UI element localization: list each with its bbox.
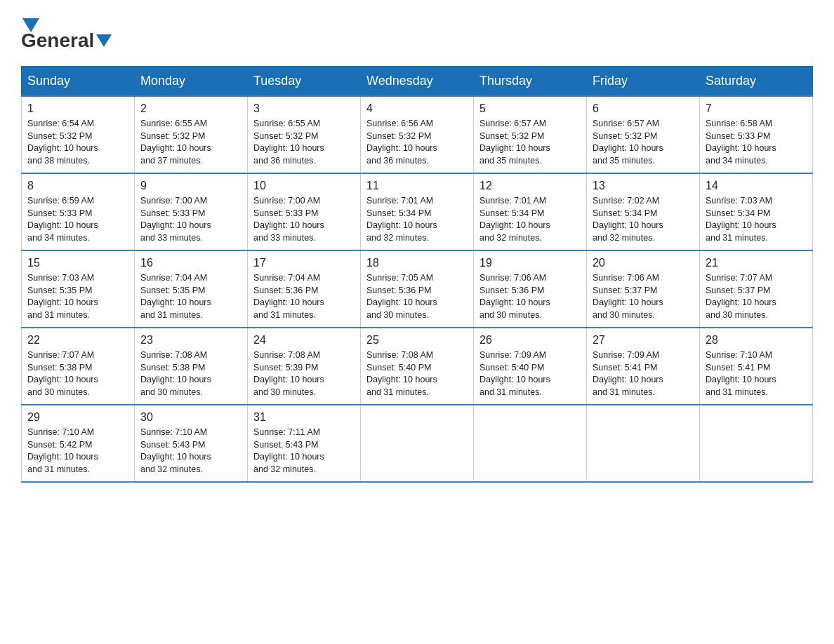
day-number: 29 [27, 410, 128, 425]
calendar-cell: 13Sunrise: 7:02 AMSunset: 5:34 PMDayligh… [587, 173, 700, 250]
day-header-thursday: Thursday [474, 67, 587, 97]
day-number: 14 [706, 178, 807, 194]
calendar-week-1: 1Sunrise: 6:54 AMSunset: 5:32 PMDaylight… [22, 96, 813, 173]
day-number: 12 [479, 178, 581, 194]
day-number: 30 [140, 410, 241, 425]
day-number: 28 [706, 333, 807, 348]
day-info: Sunrise: 6:55 AMSunset: 5:32 PMDaylight:… [253, 118, 355, 167]
day-number: 26 [479, 333, 581, 348]
day-header-monday: Monday [135, 67, 248, 97]
day-number: 25 [366, 333, 468, 348]
calendar-cell: 26Sunrise: 7:09 AMSunset: 5:40 PMDayligh… [474, 328, 587, 405]
day-info: Sunrise: 7:09 AMSunset: 5:40 PMDaylight:… [479, 349, 581, 398]
day-number: 3 [253, 101, 355, 116]
day-info: Sunrise: 7:10 AMSunset: 5:42 PMDaylight:… [27, 427, 128, 476]
day-number: 17 [253, 255, 355, 271]
day-info: Sunrise: 6:56 AMSunset: 5:32 PMDaylight:… [366, 118, 468, 167]
day-info: Sunrise: 6:54 AMSunset: 5:32 PMDaylight:… [27, 118, 128, 167]
calendar-cell: 23Sunrise: 7:08 AMSunset: 5:38 PMDayligh… [135, 328, 248, 405]
day-info: Sunrise: 7:02 AMSunset: 5:34 PMDaylight:… [593, 195, 694, 244]
day-header-friday: Friday [587, 67, 700, 97]
calendar-cell: 19Sunrise: 7:06 AMSunset: 5:36 PMDayligh… [474, 250, 587, 328]
day-info: Sunrise: 7:03 AMSunset: 5:35 PMDaylight:… [27, 272, 128, 321]
day-info: Sunrise: 7:06 AMSunset: 5:36 PMDaylight:… [479, 272, 581, 321]
calendar-cell: 18Sunrise: 7:05 AMSunset: 5:36 PMDayligh… [361, 250, 474, 328]
day-info: Sunrise: 6:59 AMSunset: 5:33 PMDaylight:… [27, 195, 128, 244]
day-info: Sunrise: 7:06 AMSunset: 5:37 PMDaylight:… [593, 272, 694, 321]
day-number: 21 [706, 255, 807, 271]
day-number: 5 [479, 101, 581, 116]
day-number: 2 [140, 101, 241, 116]
calendar-cell: 4Sunrise: 6:56 AMSunset: 5:32 PMDaylight… [361, 96, 474, 173]
day-header-sunday: Sunday [22, 67, 135, 97]
calendar-cell [700, 405, 813, 482]
day-info: Sunrise: 7:10 AMSunset: 5:41 PMDaylight:… [706, 349, 807, 398]
day-header-saturday: Saturday [700, 67, 813, 97]
calendar-week-2: 8Sunrise: 6:59 AMSunset: 5:33 PMDaylight… [22, 173, 813, 250]
day-number: 19 [479, 255, 581, 271]
day-info: Sunrise: 7:00 AMSunset: 5:33 PMDaylight:… [140, 195, 241, 244]
calendar-table: SundayMondayTuesdayWednesdayThursdayFrid… [21, 66, 813, 483]
day-number: 22 [27, 333, 128, 348]
day-info: Sunrise: 7:04 AMSunset: 5:36 PMDaylight:… [253, 272, 355, 321]
day-number: 1 [27, 101, 128, 116]
day-info: Sunrise: 7:03 AMSunset: 5:34 PMDaylight:… [706, 195, 807, 244]
logo: General [21, 14, 114, 52]
day-info: Sunrise: 7:11 AMSunset: 5:43 PMDaylight:… [253, 427, 355, 476]
calendar-cell: 14Sunrise: 7:03 AMSunset: 5:34 PMDayligh… [700, 173, 813, 250]
calendar-cell: 31Sunrise: 7:11 AMSunset: 5:43 PMDayligh… [248, 405, 361, 482]
calendar-cell: 6Sunrise: 6:57 AMSunset: 5:32 PMDaylight… [587, 96, 700, 173]
calendar-cell: 12Sunrise: 7:01 AMSunset: 5:34 PMDayligh… [474, 173, 587, 250]
calendar-cell: 7Sunrise: 6:58 AMSunset: 5:33 PMDaylight… [700, 96, 813, 173]
day-info: Sunrise: 7:08 AMSunset: 5:38 PMDaylight:… [140, 349, 241, 398]
calendar-week-4: 22Sunrise: 7:07 AMSunset: 5:38 PMDayligh… [22, 328, 813, 405]
calendar-cell: 21Sunrise: 7:07 AMSunset: 5:37 PMDayligh… [700, 250, 813, 328]
day-number: 6 [593, 101, 694, 116]
calendar-cell: 3Sunrise: 6:55 AMSunset: 5:32 PMDaylight… [248, 96, 361, 173]
calendar-cell: 16Sunrise: 7:04 AMSunset: 5:35 PMDayligh… [135, 250, 248, 328]
calendar-cell [361, 405, 474, 482]
day-number: 10 [253, 178, 355, 194]
day-number: 20 [593, 255, 694, 271]
day-info: Sunrise: 7:07 AMSunset: 5:37 PMDaylight:… [706, 272, 807, 321]
calendar-cell: 22Sunrise: 7:07 AMSunset: 5:38 PMDayligh… [22, 328, 135, 405]
logo-triangle-icon [22, 18, 39, 32]
calendar-week-5: 29Sunrise: 7:10 AMSunset: 5:42 PMDayligh… [22, 405, 813, 482]
header-row: SundayMondayTuesdayWednesdayThursdayFrid… [22, 67, 813, 97]
page-header: General [21, 14, 813, 52]
day-header-wednesday: Wednesday [361, 67, 474, 97]
day-number: 11 [366, 178, 468, 194]
day-number: 8 [27, 178, 128, 194]
day-number: 13 [593, 178, 694, 194]
day-info: Sunrise: 7:07 AMSunset: 5:38 PMDaylight:… [27, 349, 128, 398]
calendar-cell: 2Sunrise: 6:55 AMSunset: 5:32 PMDaylight… [135, 96, 248, 173]
day-number: 7 [706, 101, 807, 116]
day-info: Sunrise: 7:10 AMSunset: 5:43 PMDaylight:… [140, 427, 241, 476]
day-info: Sunrise: 6:55 AMSunset: 5:32 PMDaylight:… [140, 118, 241, 167]
calendar-cell: 30Sunrise: 7:10 AMSunset: 5:43 PMDayligh… [135, 405, 248, 482]
calendar-cell: 1Sunrise: 6:54 AMSunset: 5:32 PMDaylight… [22, 96, 135, 173]
calendar-cell: 20Sunrise: 7:06 AMSunset: 5:37 PMDayligh… [587, 250, 700, 328]
calendar-cell: 11Sunrise: 7:01 AMSunset: 5:34 PMDayligh… [361, 173, 474, 250]
day-number: 15 [27, 255, 128, 271]
day-number: 18 [366, 255, 468, 271]
day-info: Sunrise: 6:57 AMSunset: 5:32 PMDaylight:… [593, 118, 694, 167]
day-header-tuesday: Tuesday [248, 67, 361, 97]
day-info: Sunrise: 7:08 AMSunset: 5:39 PMDaylight:… [253, 349, 355, 398]
day-number: 31 [253, 410, 355, 425]
day-info: Sunrise: 7:08 AMSunset: 5:40 PMDaylight:… [366, 349, 468, 398]
calendar-cell: 27Sunrise: 7:09 AMSunset: 5:41 PMDayligh… [587, 328, 700, 405]
day-info: Sunrise: 7:09 AMSunset: 5:41 PMDaylight:… [593, 349, 694, 398]
calendar-cell: 29Sunrise: 7:10 AMSunset: 5:42 PMDayligh… [22, 405, 135, 482]
day-info: Sunrise: 6:58 AMSunset: 5:33 PMDaylight:… [706, 118, 807, 167]
day-number: 4 [366, 101, 468, 116]
calendar-cell: 10Sunrise: 7:00 AMSunset: 5:33 PMDayligh… [248, 173, 361, 250]
day-number: 9 [140, 178, 241, 194]
calendar-cell: 17Sunrise: 7:04 AMSunset: 5:36 PMDayligh… [248, 250, 361, 328]
day-number: 16 [140, 255, 241, 271]
day-number: 27 [593, 333, 694, 348]
calendar-cell: 25Sunrise: 7:08 AMSunset: 5:40 PMDayligh… [361, 328, 474, 405]
calendar-cell: 8Sunrise: 6:59 AMSunset: 5:33 PMDaylight… [22, 173, 135, 250]
day-number: 23 [140, 333, 241, 348]
day-info: Sunrise: 6:57 AMSunset: 5:32 PMDaylight:… [479, 118, 581, 167]
